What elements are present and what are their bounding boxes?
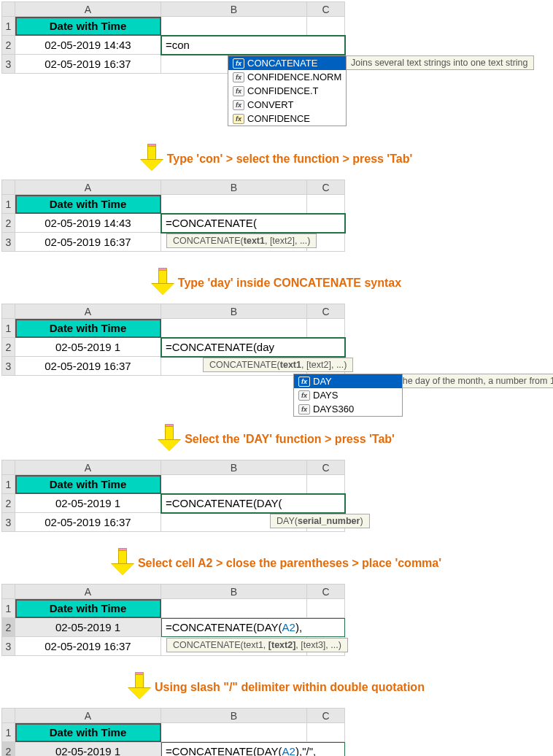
col-header-b[interactable]: B [161, 709, 307, 723]
cell-c1[interactable] [307, 319, 345, 338]
row-header-2[interactable]: 2 [2, 214, 15, 233]
function-icon: fx [298, 377, 310, 387]
cell-b2-formula[interactable]: =CONCATENATE( [161, 214, 345, 233]
col-header-c[interactable]: C [307, 2, 345, 17]
col-header-c[interactable]: C [307, 460, 345, 475]
step-caption: Select the 'DAY' function > press 'Tab' [1, 426, 552, 452]
row-header-1[interactable]: 1 [2, 475, 15, 494]
select-all-corner[interactable] [2, 2, 15, 17]
row-header-3[interactable]: 3 [2, 513, 15, 532]
row-header-1[interactable]: 1 [2, 195, 15, 214]
autocomplete-item[interactable]: fxCONFIDENCE [228, 112, 346, 126]
cell-b1[interactable] [161, 475, 307, 494]
row-header-3[interactable]: 3 [2, 233, 15, 252]
cell-a2[interactable]: 02-05-2019 14:43 [15, 36, 161, 55]
autocomplete-item[interactable]: fxCONFIDENCE.NORM [228, 70, 346, 84]
cell-a3[interactable]: 02-05-2019 16:37 [15, 637, 161, 656]
cell-a1[interactable]: Date with Time [15, 17, 161, 36]
col-header-a[interactable]: A [15, 585, 161, 599]
row-header-1[interactable]: 1 [2, 319, 15, 338]
function-description-tip: Joins several text strings into one text… [344, 55, 534, 70]
cell-a1[interactable]: Date with Time [15, 195, 161, 214]
col-header-c[interactable]: C [307, 585, 345, 599]
step-caption-text: Type 'day' inside CONCATENATE syntax [178, 277, 401, 290]
autocomplete-item[interactable]: fxCONFIDENCE.T [228, 84, 346, 98]
col-header-a[interactable]: A [15, 304, 161, 319]
function-syntax-tip: DAY(serial_number) [270, 514, 370, 528]
cell-a2[interactable]: 02-05-2019 14:43 [15, 214, 161, 233]
autocomplete-item[interactable]: fxCONVERT [228, 98, 346, 112]
row-header-1[interactable]: 1 [2, 17, 15, 36]
select-all-corner[interactable] [2, 709, 15, 723]
cell-c1[interactable] [307, 475, 345, 494]
select-all-corner[interactable] [2, 304, 15, 319]
cell-a1[interactable]: Date with Time [15, 599, 161, 618]
col-header-a[interactable]: A [15, 2, 161, 17]
row-header-3[interactable]: 3 [2, 55, 15, 74]
col-header-b[interactable]: B [161, 460, 307, 475]
col-header-c[interactable]: C [307, 180, 345, 195]
cell-a2[interactable]: 02-05-2019 1 [15, 494, 161, 513]
cell-b1[interactable] [161, 195, 307, 214]
function-autocomplete-list[interactable]: fxCONCATENATEfxCONFIDENCE.NORMfxCONFIDEN… [228, 55, 347, 126]
cell-b2-formula[interactable]: =CONCATENATE(DAY( [161, 494, 345, 513]
row-header-2[interactable]: 2 [2, 494, 15, 513]
autocomplete-item[interactable]: fxDAYS [294, 388, 402, 402]
col-header-b[interactable]: B [161, 2, 307, 17]
select-all-corner[interactable] [2, 585, 15, 599]
cell-b2-formula[interactable]: =CONCATENATE(DAY(A2),"/", [161, 742, 345, 757]
cell-b2-formula[interactable]: =CONCATENATE(DAY(A2), [161, 618, 345, 637]
cell-c1[interactable] [307, 195, 345, 214]
row-header-2[interactable]: 2 [2, 36, 15, 55]
row-header-2[interactable]: 2 [2, 618, 15, 637]
col-header-b[interactable]: B [161, 180, 307, 195]
cell-a1[interactable]: Date with Time [15, 475, 161, 494]
function-icon: fx [233, 100, 244, 110]
cell-a3[interactable]: 02-05-2019 16:37 [15, 513, 161, 532]
cell-a1[interactable]: Date with Time [15, 319, 161, 338]
cell-b2-formula[interactable]: =con [161, 36, 345, 55]
cell-a2[interactable]: 02-05-2019 1 [15, 338, 161, 357]
autocomplete-item[interactable]: fxDAYS360 [294, 402, 402, 416]
row-header-1[interactable]: 1 [2, 599, 15, 618]
cell-a3[interactable]: 02-05-2019 16:37 [15, 55, 161, 74]
step-caption: Type 'con' > select the function > press… [1, 146, 552, 172]
autocomplete-item-label: DAYS [313, 390, 338, 401]
row-header-1[interactable]: 1 [2, 723, 15, 742]
cell-a1[interactable]: Date with Time [15, 723, 161, 742]
col-header-a[interactable]: A [15, 460, 161, 475]
col-header-a[interactable]: A [15, 709, 161, 723]
cell-a3[interactable]: 02-05-2019 16:37 [15, 357, 161, 376]
cell-c1[interactable] [307, 599, 345, 618]
autocomplete-item-label: CONFIDENCE.T [247, 85, 319, 96]
cell-b1[interactable] [161, 319, 307, 338]
row-header-2[interactable]: 2 [2, 338, 15, 357]
cell-b1[interactable] [161, 17, 307, 36]
cell-b1[interactable] [161, 599, 307, 618]
col-header-b[interactable]: B [161, 304, 307, 319]
step-caption-text: Type 'con' > select the function > press… [167, 153, 412, 166]
row-header-3[interactable]: 3 [2, 357, 15, 376]
col-header-c[interactable]: C [307, 709, 345, 723]
function-autocomplete-list[interactable]: fxDAYfxDAYSfxDAYS360 [293, 374, 403, 417]
autocomplete-item-label: DAYS360 [313, 404, 354, 414]
step-caption-text: Select cell A2 > close the parentheses >… [138, 557, 441, 570]
cell-a2[interactable]: 02-05-2019 1 [15, 618, 161, 637]
cell-b1[interactable] [161, 723, 307, 742]
select-all-corner[interactable] [2, 460, 15, 475]
autocomplete-item[interactable]: fxDAY [294, 374, 402, 388]
col-header-a[interactable]: A [15, 180, 161, 195]
cell-c1[interactable] [307, 17, 345, 36]
col-header-b[interactable]: B [161, 585, 307, 599]
row-header-2[interactable]: 2 [2, 742, 15, 757]
cell-a2[interactable]: 02-05-2019 1 [15, 742, 161, 757]
autocomplete-item[interactable]: fxCONCATENATE [228, 56, 346, 70]
cell-b2-formula[interactable]: =CONCATENATE(day [161, 338, 345, 357]
spreadsheet-grid[interactable]: ABC1Date with Time202-05-2019 1=CONCATEN… [1, 708, 345, 756]
cell-a3[interactable]: 02-05-2019 16:37 [15, 233, 161, 252]
cell-c1[interactable] [307, 723, 345, 742]
select-all-corner[interactable] [2, 180, 15, 195]
function-icon: fx [233, 114, 244, 124]
col-header-c[interactable]: C [307, 304, 345, 319]
row-header-3[interactable]: 3 [2, 637, 15, 656]
